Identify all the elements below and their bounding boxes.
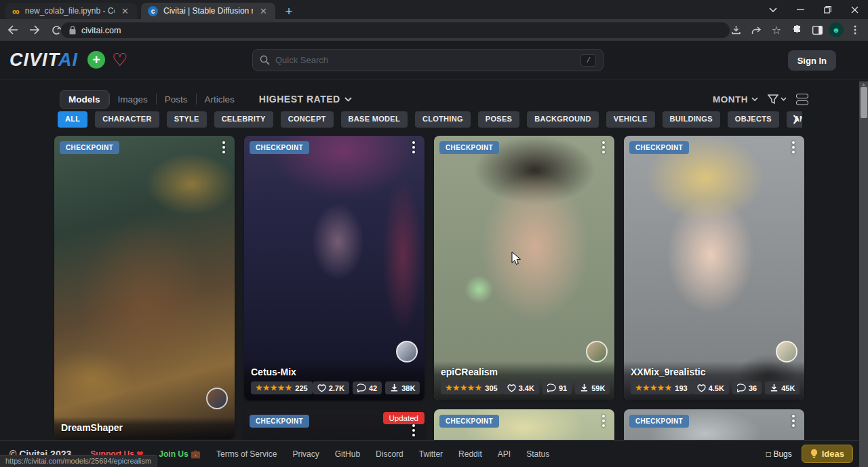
card-menu-kebab-icon[interactable] [408,424,419,436]
close-window-button[interactable] [841,0,868,19]
footer-link-github[interactable]: GitHub [335,449,360,459]
logo-ai-text: AI [58,50,78,70]
forward-button[interactable] [26,21,43,39]
ideas-button[interactable]: Ideas [802,445,853,463]
tab-close-icon[interactable]: ✕ [120,6,130,16]
footer-link-api[interactable]: API [498,449,511,459]
footer-link-terms[interactable]: Terms of Service [216,449,277,459]
chip-clothing[interactable]: CLOTHING [415,111,471,128]
address-bar[interactable]: civitai.com [61,22,730,38]
likes-count: 2.7K [329,384,344,392]
chip-background[interactable]: BACKGROUND [527,111,599,128]
chip-base-model[interactable]: BASE MODEL [341,111,408,128]
funnel-icon [768,94,778,105]
card-menu-kebab-icon[interactable] [218,141,229,153]
card-menu-kebab-icon[interactable] [788,415,799,427]
rating-pill[interactable]: ★★★★★ 193 [631,381,692,394]
scrollbar-thumb[interactable] [861,87,867,118]
install-download-icon[interactable] [727,21,745,39]
minimize-button[interactable] [787,0,814,19]
tab-images[interactable]: Images [110,91,156,108]
tab-close-icon[interactable]: ✕ [258,6,269,16]
card-menu-kebab-icon[interactable] [598,415,609,427]
page-scrollbar[interactable]: ▲ ▼ [859,81,868,467]
briefcase-icon: 💼 [191,449,201,459]
create-plus-button[interactable]: + [87,51,105,69]
tab-colab[interactable]: ∞ new_colab_file.ipynb - Colaborat ✕ [5,3,137,19]
side-panel-icon[interactable] [808,21,826,39]
model-card-cetus-mix[interactable]: CHECKPOINT Cetus-Mix ★★★★★ 225 2.7K [244,136,425,400]
tab-posts[interactable]: Posts [157,91,196,108]
tab-civitai[interactable]: c Civitai | Stable Diffusion models, ✕ [141,3,275,19]
download-icon [770,384,778,392]
chip-concept[interactable]: CONCEPT [281,111,334,128]
comments-pill[interactable]: 36 [732,381,762,394]
model-card-dreamshaper[interactable]: CHECKPOINT DreamShaper [54,136,235,439]
quick-search-input[interactable]: Quick Search / [252,49,604,71]
footer-link-status[interactable]: Status [526,449,549,459]
bookmark-star-icon[interactable]: ☆ [768,21,785,39]
creator-avatar[interactable] [396,341,418,362]
card-stats-row: ★★★★★ 305 3.4K 91 [441,381,608,394]
bugs-button[interactable]: □ Bugs [766,449,792,459]
rating-pill[interactable]: ★★★★★ 305 [441,381,502,394]
comments-pill[interactable]: 91 [542,381,572,394]
favorites-heart-icon[interactable]: ♡ [112,51,127,69]
chip-objects[interactable]: OBJECTS [728,111,779,128]
downloads-pill[interactable]: 59K [575,381,610,394]
downloads-pill[interactable]: 38K [385,381,420,394]
maximize-button[interactable] [814,0,841,19]
browser-profile-avatar[interactable]: ☻ [829,22,844,37]
sign-in-button[interactable]: Sign In [788,50,836,71]
likes-pill[interactable]: 4.5K [692,381,729,394]
chip-character[interactable]: CHARACTER [95,111,159,128]
chip-celebrity[interactable]: CELEBRITY [214,111,273,128]
footer-link-privacy[interactable]: Privacy [292,449,319,459]
extensions-puzzle-icon[interactable] [788,21,806,39]
likes-pill[interactable]: 3.4K [502,381,539,394]
tab-title: new_colab_file.ipynb - Colaborat [25,6,115,16]
footer-link-reddit[interactable]: Reddit [458,449,482,459]
tab-models[interactable]: Models [60,90,109,109]
likes-pill[interactable]: 2.7K [313,381,349,394]
civitai-logo[interactable]: CIVITAI [9,50,78,71]
new-tab-button[interactable]: + [281,3,297,20]
model-card-epicrealism[interactable]: CHECKPOINT epiCRealism ★★★★★ 305 3.4K [434,136,614,400]
chevron-down-icon [344,97,352,102]
browser-tabstrip: ∞ new_colab_file.ipynb - Colaborat ✕ c C… [0,0,868,19]
card-layout-toggle[interactable] [796,94,808,105]
creator-avatar[interactable] [776,341,797,362]
updated-badge: Updated [383,412,425,424]
back-button[interactable] [4,21,22,39]
star-rating-icons: ★★★★★ [446,384,482,392]
footer-link-twitter[interactable]: Twitter [419,449,443,459]
comment-icon [547,384,556,392]
downloads-pill[interactable]: 45K [765,381,800,394]
chip-vehicle[interactable]: VEHICLE [606,111,655,128]
footer-link-join-us[interactable]: Join Us 💼 [159,449,201,459]
chips-scroll-right-chevron[interactable] [787,111,804,128]
rating-pill[interactable]: ★★★★★ 225 [251,381,313,394]
share-icon[interactable] [747,21,765,39]
heart-icon [317,384,326,392]
browser-menu-kebab-icon[interactable] [846,21,864,39]
footer-link-discord[interactable]: Discord [376,449,403,459]
sort-dropdown[interactable]: HIGHEST RATED [259,94,352,105]
comments-pill[interactable]: 42 [353,381,382,394]
heart-icon [697,384,706,392]
chip-buildings[interactable]: BUILDINGS [663,111,720,128]
chip-all[interactable]: ALL [58,111,87,128]
card-menu-kebab-icon[interactable] [408,141,419,153]
tab-search-chevron-icon[interactable] [760,0,787,19]
creator-avatar[interactable] [206,388,228,409]
card-menu-kebab-icon[interactable] [788,141,799,153]
chip-style[interactable]: STYLE [167,111,207,128]
card-menu-kebab-icon[interactable] [598,141,609,153]
chip-poses[interactable]: POSES [478,111,519,128]
model-card-xxmix-9realistic[interactable]: CHECKPOINT XXMix_9realistic ★★★★★ 193 4.… [624,136,804,400]
period-dropdown[interactable]: MONTH [713,94,758,105]
creator-avatar[interactable] [586,341,608,362]
filter-funnel-button[interactable] [768,94,787,105]
tab-articles[interactable]: Articles [197,91,243,108]
browser-toolbar: civitai.com ☆ ☻ [0,19,868,41]
